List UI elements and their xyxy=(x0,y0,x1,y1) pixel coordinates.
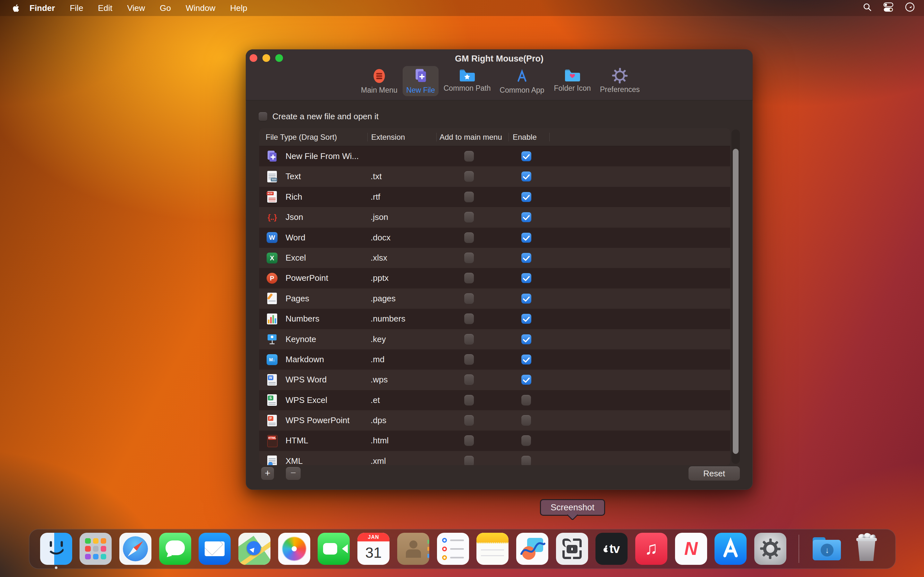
scrollbar-thumb[interactable] xyxy=(733,149,738,454)
enable-checkbox[interactable] xyxy=(521,314,531,324)
excel-file-icon: X xyxy=(266,251,278,264)
table-row[interactable]: WWPS Word.wps xyxy=(259,370,730,390)
table-row[interactable]: SWPS Excel.et xyxy=(259,390,730,410)
add-row-button[interactable]: + xyxy=(261,467,274,480)
calendar-month-label: JAN xyxy=(357,533,389,542)
add-to-main-menu-checkbox[interactable] xyxy=(464,273,474,284)
enable-checkbox[interactable] xyxy=(521,355,531,364)
dock-maps-icon[interactable] xyxy=(238,533,270,565)
dock-facetime-icon[interactable] xyxy=(318,533,350,565)
tab-folder-icon[interactable]: Folder Icon xyxy=(547,66,598,98)
tab-new-file[interactable]: New File xyxy=(395,66,446,98)
dock-safari-icon[interactable] xyxy=(120,533,152,565)
table-row[interactable]: PPowerPoint.pptx xyxy=(259,268,730,288)
tab-preferences[interactable]: Preferences xyxy=(594,66,646,98)
add-to-main-menu-checkbox[interactable] xyxy=(464,334,474,345)
table-row[interactable]: XExcel.xlsx xyxy=(259,248,730,268)
enable-checkbox[interactable] xyxy=(521,415,531,426)
table-row[interactable]: HTMLHTML.html xyxy=(259,430,730,451)
apple-menu-icon[interactable] xyxy=(13,4,19,12)
add-to-main-menu-checkbox[interactable] xyxy=(464,456,474,465)
enable-checkbox[interactable] xyxy=(521,375,531,385)
dock-tv-icon[interactable]: tv xyxy=(596,533,628,565)
add-to-main-menu-checkbox[interactable] xyxy=(464,374,474,385)
table-row[interactable]: Numbers.numbers xyxy=(259,309,730,329)
table-row[interactable]: PWPS PowerPoint.dps xyxy=(259,410,730,430)
add-to-main-menu-checkbox[interactable] xyxy=(464,354,474,365)
enable-checkbox[interactable] xyxy=(521,395,531,406)
add-to-main-menu-checkbox[interactable] xyxy=(464,151,474,161)
dock-settings-icon[interactable] xyxy=(754,533,787,565)
enable-checkbox[interactable] xyxy=(521,293,531,303)
menu-item-window[interactable]: Window xyxy=(178,0,223,16)
add-to-main-menu-checkbox[interactable] xyxy=(464,415,474,426)
dock-photos-icon[interactable] xyxy=(278,533,310,565)
menu-item-edit[interactable]: Edit xyxy=(90,0,120,16)
enable-checkbox[interactable] xyxy=(521,334,531,344)
text-file-icon: TXT xyxy=(266,170,278,183)
menu-item-view[interactable]: View xyxy=(120,0,152,16)
enable-checkbox[interactable] xyxy=(521,171,531,181)
dock-contacts-icon[interactable] xyxy=(397,533,429,565)
add-to-main-menu-checkbox[interactable] xyxy=(464,253,474,263)
dock-freeform-icon[interactable] xyxy=(516,533,548,565)
clock-icon[interactable] xyxy=(905,2,915,15)
dock-messages-icon[interactable] xyxy=(159,533,191,565)
menu-item-go[interactable]: Go xyxy=(152,0,178,16)
app-window: GM Right Mouse(Pro) Main MenuNew FileCom… xyxy=(246,49,753,490)
add-to-main-menu-checkbox[interactable] xyxy=(464,232,474,243)
dock-finder-icon[interactable] xyxy=(40,533,72,565)
table-row[interactable]: RTFRich.rtf xyxy=(259,187,730,207)
dock-launchpad-icon[interactable] xyxy=(79,533,111,565)
dock-trash-icon[interactable] xyxy=(851,533,883,565)
add-to-main-menu-checkbox[interactable] xyxy=(464,212,474,222)
add-to-main-menu-checkbox[interactable] xyxy=(464,293,474,304)
table-row[interactable]: New File From Wi... xyxy=(259,146,730,166)
enable-checkbox[interactable] xyxy=(521,151,531,161)
table-row[interactable]: M↓Markdown.md xyxy=(259,350,730,370)
enable-checkbox[interactable] xyxy=(521,273,531,283)
file-type-name: Excel xyxy=(286,248,306,268)
table-row[interactable]: Pages.pages xyxy=(259,288,730,309)
tab-common-path[interactable]: Common Path xyxy=(441,66,493,98)
enable-checkbox[interactable] xyxy=(521,435,531,446)
dock-screenshot-icon[interactable] xyxy=(556,533,588,565)
enable-checkbox[interactable] xyxy=(521,233,531,243)
dock-reminders-icon[interactable] xyxy=(437,533,469,565)
dock-notes-icon[interactable] xyxy=(477,533,509,565)
add-to-main-menu-checkbox[interactable] xyxy=(464,435,474,446)
dock-app-store-icon[interactable] xyxy=(714,533,746,565)
dock-music-icon[interactable]: ♫ xyxy=(635,533,667,565)
dock-news-icon[interactable]: N xyxy=(675,533,707,565)
table-row[interactable]: Keynote.key xyxy=(259,329,730,350)
add-to-main-menu-checkbox[interactable] xyxy=(464,192,474,202)
menu-item-file[interactable]: File xyxy=(62,0,90,16)
table-row[interactable]: TXTText.txt xyxy=(259,166,730,187)
table-row[interactable]: WWord.docx xyxy=(259,227,730,248)
search-icon[interactable] xyxy=(863,2,872,14)
dock-calendar-icon[interactable]: JAN31 xyxy=(357,533,389,565)
menu-item-help[interactable]: Help xyxy=(223,0,254,16)
enable-checkbox[interactable] xyxy=(521,192,531,202)
control-center-icon[interactable] xyxy=(883,2,894,15)
menu-bar-items: FinderFileEditViewGoWindowHelp xyxy=(22,0,255,16)
tab-label: Common App xyxy=(496,86,548,95)
add-to-main-menu-checkbox[interactable] xyxy=(464,395,474,406)
reset-button[interactable]: Reset xyxy=(688,466,740,480)
enable-checkbox[interactable] xyxy=(521,456,531,465)
menu-item-finder[interactable]: Finder xyxy=(22,0,62,16)
tab-label: Preferences xyxy=(594,85,646,94)
table-row[interactable]: XML.xml xyxy=(259,451,730,465)
dock-mail-icon[interactable] xyxy=(199,533,231,565)
numbers-file-icon xyxy=(266,313,278,326)
tab-common-app[interactable]: Common App xyxy=(496,66,548,98)
dock-downloads-icon[interactable]: ↓ xyxy=(811,533,843,565)
remove-row-button[interactable]: − xyxy=(286,467,300,480)
enable-checkbox[interactable] xyxy=(521,253,531,263)
enable-checkbox[interactable] xyxy=(521,212,531,222)
add-to-main-menu-checkbox[interactable] xyxy=(464,314,474,324)
table-row[interactable]: {..}Json.json xyxy=(259,207,730,227)
file-extension: .pages xyxy=(371,288,396,309)
add-to-main-menu-checkbox[interactable] xyxy=(464,171,474,182)
create-file-checkbox[interactable] xyxy=(258,112,267,121)
